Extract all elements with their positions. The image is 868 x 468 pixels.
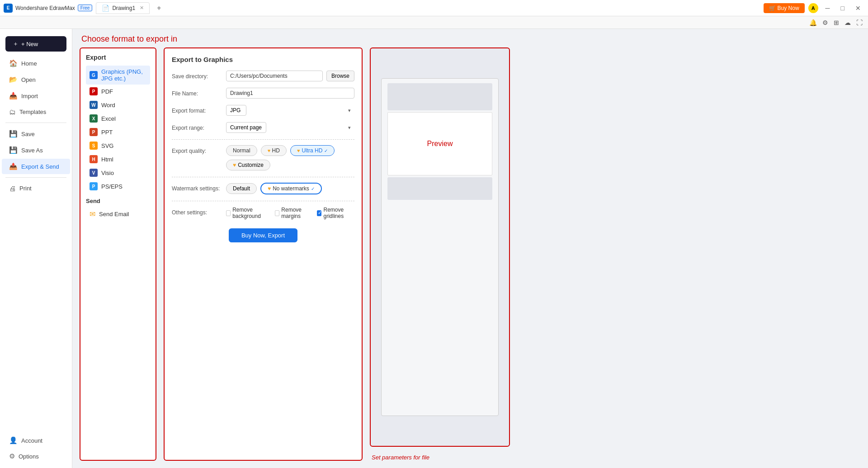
- remove-background-cb[interactable]: [226, 210, 231, 216]
- word-icon: W: [90, 101, 98, 109]
- browse-button[interactable]: Browse: [326, 71, 354, 81]
- sidebar-item-save[interactable]: 💾 Save: [2, 126, 70, 142]
- avatar[interactable]: A: [808, 3, 818, 13]
- export-item-html[interactable]: H Html: [86, 152, 150, 166]
- sidebar-save-label: Save: [21, 131, 35, 137]
- quality-customize-button[interactable]: ♥ Customize: [226, 160, 270, 170]
- content-area: Choose format to export in Export G Grap…: [72, 29, 868, 468]
- export-item-excel[interactable]: X Excel: [86, 112, 150, 125]
- nowatermarks-crown-icon: ♥: [268, 185, 271, 192]
- close-button[interactable]: ✕: [852, 4, 864, 13]
- quality-hd-button[interactable]: ♥ HD: [261, 145, 287, 156]
- file-name-control: [226, 88, 354, 99]
- plus-icon: ＋: [13, 40, 19, 48]
- export-panel-title: Export: [86, 54, 150, 61]
- grid-icon[interactable]: ⊞: [834, 19, 839, 26]
- bell-icon[interactable]: 🔔: [809, 19, 817, 26]
- export-item-visio[interactable]: V Visio: [86, 166, 150, 180]
- maximize-button[interactable]: □: [837, 4, 848, 13]
- svg-icon: S: [90, 142, 98, 150]
- watermark-row: Watermark settings: Default ♥ No waterma…: [172, 183, 354, 194]
- sidebar-item-home[interactable]: 🏠 Home: [2, 56, 70, 71]
- pdf-icon: P: [90, 87, 98, 95]
- minimize-button[interactable]: ─: [822, 4, 834, 13]
- export-item-svg[interactable]: S SVG: [86, 139, 150, 152]
- upload-icon[interactable]: ☁: [844, 19, 851, 26]
- settings-title: Export to Graphics: [172, 56, 354, 63]
- excel-icon: X: [90, 114, 98, 123]
- export-range-select[interactable]: Current page All pages Selected: [226, 122, 266, 133]
- remove-background-checkbox[interactable]: Remove background: [226, 207, 269, 219]
- sidebar-item-options[interactable]: ⚙ Options: [2, 449, 70, 464]
- watermark-default-button[interactable]: Default: [226, 183, 257, 194]
- export-range-label: Export range:: [172, 122, 222, 131]
- file-name-row: File Name:: [172, 88, 354, 99]
- sidebar-account-label: Account: [21, 437, 42, 444]
- quality-row-2: ♥ Customize: [226, 160, 335, 170]
- remove-margins-checkbox[interactable]: Remove margins: [275, 207, 311, 219]
- preview-content-box: Preview: [387, 112, 492, 175]
- sidebar-item-templates[interactable]: 🗂 Templates: [2, 104, 70, 119]
- right-panel: Preview Set parameters for file: [370, 47, 861, 461]
- document-tab[interactable]: 📄 Drawing1 ✕: [96, 2, 150, 14]
- save-as-icon: 💾: [9, 146, 18, 154]
- app-logo: E: [4, 4, 13, 13]
- tab-close-icon[interactable]: ✕: [140, 5, 144, 11]
- save-directory-input[interactable]: [226, 71, 323, 81]
- remove-gridlines-checkbox[interactable]: Remove gridlines: [317, 207, 354, 219]
- send-email-item[interactable]: ✉ Send Email: [86, 207, 150, 221]
- other-settings-row: Other settings: Remove background Remove…: [172, 207, 354, 219]
- tab-label: Drawing1: [112, 5, 135, 11]
- file-name-input[interactable]: [226, 88, 354, 99]
- account-icon: 👤: [9, 436, 18, 444]
- quality-ultrahd-button[interactable]: ♥ Ultra HD ✓: [290, 145, 335, 156]
- export-action-button[interactable]: Buy Now, Export: [229, 228, 297, 242]
- export-item-ppt[interactable]: P PPT: [86, 125, 150, 139]
- sidebar-item-export-send[interactable]: 📤 Export & Send: [2, 159, 70, 174]
- sidebar-item-import[interactable]: 📥 Import: [2, 88, 70, 104]
- sidebar-item-save-as[interactable]: 💾 Save As: [2, 142, 70, 158]
- settings-icon[interactable]: ⚙: [822, 19, 828, 26]
- sidebar-saveas-label: Save As: [21, 147, 43, 154]
- cart-icon: 🛒: [769, 5, 776, 11]
- export-item-graphics[interactable]: G Graphics (PNG, JPG etc.): [86, 66, 150, 85]
- buy-now-button[interactable]: 🛒 Buy Now: [764, 3, 805, 13]
- export-item-word[interactable]: W Word: [86, 98, 150, 112]
- watermark-group: Default ♥ No watermarks ✓: [226, 183, 322, 194]
- quality-normal-button[interactable]: Normal: [226, 145, 257, 156]
- sidebar-item-open[interactable]: 📂 Open: [2, 72, 70, 87]
- open-icon: 📂: [9, 76, 18, 84]
- divider-2: [172, 177, 354, 177]
- title-bar: E Wondershare EdrawMax Free 📄 Drawing1 ✕…: [0, 0, 868, 16]
- watermark-control: Default ♥ No watermarks ✓: [226, 183, 354, 194]
- visio-icon: V: [90, 169, 98, 177]
- pseps-icon: P: [90, 182, 98, 190]
- app-name: Wondershare EdrawMax: [15, 5, 75, 11]
- sidebar-export-label: Export & Send: [21, 163, 59, 170]
- preview-panel: Preview: [370, 47, 510, 447]
- new-tab-button[interactable]: +: [153, 2, 165, 14]
- divider-1: [172, 139, 354, 140]
- sidebar-home-label: Home: [21, 60, 37, 67]
- remove-gridlines-cb[interactable]: [317, 210, 321, 216]
- export-item-pseps[interactable]: P PS/EPS: [86, 180, 150, 193]
- export-range-select-wrapper: Current page All pages Selected: [226, 122, 354, 133]
- sidebar-item-account[interactable]: 👤 Account: [2, 433, 70, 448]
- html-icon: H: [90, 155, 98, 163]
- expand-icon[interactable]: ⛶: [856, 19, 863, 26]
- sidebar-open-label: Open: [21, 76, 36, 83]
- templates-icon: 🗂: [9, 108, 16, 116]
- export-panel: Export G Graphics (PNG, JPG etc.) P PDF …: [80, 47, 156, 461]
- file-name-label: File Name:: [172, 88, 222, 97]
- remove-margins-cb[interactable]: [275, 210, 279, 216]
- export-format-select[interactable]: JPG PNG BMP SVG: [226, 105, 246, 116]
- export-item-pdf[interactable]: P PDF: [86, 85, 150, 98]
- sidebar-item-print[interactable]: 🖨 Print: [2, 181, 70, 196]
- set-params-text: Set parameters for file: [370, 454, 861, 461]
- send-section-title: Send: [86, 198, 150, 204]
- sidebar-divider-1: [5, 123, 66, 123]
- title-bar-right: 🛒 Buy Now A ─ □ ✕: [764, 3, 864, 13]
- export-range-control: Current page All pages Selected: [226, 122, 354, 133]
- new-button[interactable]: ＋ + New: [5, 36, 66, 52]
- watermark-nowatermarks-button[interactable]: ♥ No watermarks ✓: [260, 183, 322, 194]
